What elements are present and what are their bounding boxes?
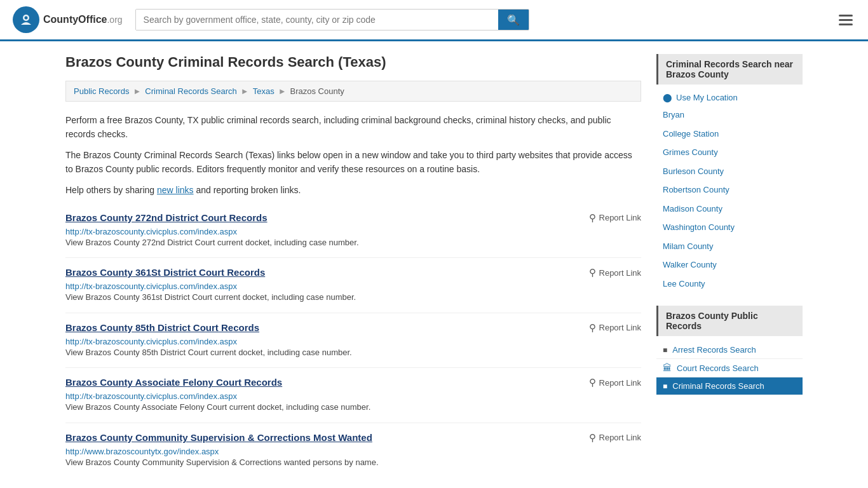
nearby-link-7[interactable]: Milam County	[656, 237, 803, 256]
result-url-3[interactable]: http://tx-brazoscounty.civicplus.com/ind…	[65, 391, 237, 401]
result-item: Brazos County Community Supervision & Co…	[65, 423, 641, 478]
nearby-link-8[interactable]: Walker County	[656, 255, 803, 274]
report-label-2: Report Link	[599, 323, 641, 332]
record-icon-0: ■	[663, 346, 667, 355]
report-icon-4: ⚲	[589, 432, 596, 444]
nearby-title: Criminal Records Search near Brazos Coun…	[656, 54, 803, 85]
breadcrumb-texas[interactable]: Texas	[253, 86, 275, 96]
report-link-4[interactable]: ⚲ Report Link	[589, 432, 641, 444]
result-url-2[interactable]: http://tx-brazoscounty.civicplus.com/ind…	[65, 337, 237, 346]
result-item: Brazos County Associate Felony Court Rec…	[65, 368, 641, 423]
logo-text: CountyOffice.org	[43, 14, 123, 25]
search-button[interactable]: 🔍	[498, 10, 529, 30]
sidebar: Criminal Records Search near Brazos Coun…	[656, 54, 803, 477]
nearby-link-6[interactable]: Washington County	[656, 218, 803, 237]
nearby-link-5[interactable]: Madison County	[656, 200, 803, 219]
nearby-link-0[interactable]: Bryan	[656, 105, 803, 125]
description-3: Help others by sharing new links and rep…	[65, 183, 641, 197]
menu-button[interactable]	[836, 12, 855, 28]
report-label-0: Report Link	[599, 213, 641, 222]
report-label-3: Report Link	[599, 378, 641, 388]
breadcrumb: Public Records ► Criminal Records Search…	[65, 81, 641, 102]
result-desc-0: View Brazos County 272nd District Court …	[65, 236, 641, 249]
search-bar: 🔍	[135, 9, 529, 30]
record-icon-1: 🏛	[663, 363, 672, 373]
breadcrumb-sep-2: ►	[241, 86, 249, 96]
report-icon-1: ⚲	[589, 267, 596, 278]
breadcrumb-sep-3: ►	[278, 86, 287, 96]
use-my-location[interactable]: ⬤ Use My Location	[656, 90, 803, 105]
nearby-link-1[interactable]: College Station	[656, 125, 803, 144]
report-icon-3: ⚲	[589, 377, 596, 388]
search-input[interactable]	[136, 10, 498, 30]
result-url-4[interactable]: http://www.brazoscountytx.gov/index.aspx	[65, 447, 219, 456]
result-url-1[interactable]: http://tx-brazoscounty.civicplus.com/ind…	[65, 281, 237, 291]
public-records-title: Brazos County Public Records	[656, 306, 803, 336]
report-label-4: Report Link	[599, 433, 641, 442]
result-title-1[interactable]: Brazos County 361St District Court Recor…	[65, 267, 265, 278]
record-label-2: Criminal Records Search	[672, 381, 764, 391]
result-item: Brazos County 272nd District Court Recor…	[65, 203, 641, 259]
nearby-link-3[interactable]: Burleson County	[656, 162, 803, 181]
result-title-3[interactable]: Brazos County Associate Felony Court Rec…	[65, 377, 282, 388]
public-record-link-1[interactable]: 🏛Court Records Search	[656, 359, 803, 377]
description-3-prefix: Help others by sharing	[65, 185, 157, 195]
report-link-1[interactable]: ⚲ Report Link	[589, 267, 641, 278]
breadcrumb-public-records[interactable]: Public Records	[74, 86, 129, 96]
breadcrumb-criminal-records[interactable]: Criminal Records Search	[145, 86, 237, 96]
logo-icon	[13, 6, 39, 33]
report-link-3[interactable]: ⚲ Report Link	[589, 377, 641, 388]
description-3-suffix: and reporting broken links.	[194, 185, 301, 195]
result-desc-3: View Brazos County Associate Felony Cour…	[65, 401, 641, 414]
search-icon: 🔍	[507, 15, 520, 25]
result-desc-2: View Brazos County 85th District Court c…	[65, 346, 641, 359]
report-icon-2: ⚲	[589, 322, 596, 334]
nearby-links-list: BryanCollege StationGrimes CountyBurleso…	[656, 105, 803, 293]
nearby-section: Criminal Records Search near Brazos Coun…	[656, 54, 803, 293]
record-icon-2: ■	[663, 382, 667, 391]
breadcrumb-sep-1: ►	[133, 86, 141, 96]
new-links-link[interactable]: new links	[157, 185, 194, 195]
breadcrumb-current: Brazos County	[290, 86, 344, 96]
public-record-link-2[interactable]: ■Criminal Records Search	[656, 377, 803, 395]
page-title: Brazos County Criminal Records Search (T…	[65, 54, 641, 71]
report-link-0[interactable]: ⚲ Report Link	[589, 212, 641, 224]
result-title-0[interactable]: Brazos County 272nd District Court Recor…	[65, 212, 268, 223]
record-label-0: Arrest Records Search	[672, 345, 756, 355]
description-1: Perform a free Brazos County, TX public …	[65, 113, 641, 142]
public-record-link-0[interactable]: ■Arrest Records Search	[656, 341, 803, 359]
site-logo[interactable]: CountyOffice.org	[13, 6, 123, 33]
use-my-location-label: Use My Location	[676, 93, 738, 102]
result-desc-1: View Brazos County 361st District Court …	[65, 291, 641, 304]
report-link-2[interactable]: ⚲ Report Link	[589, 322, 641, 334]
result-title-2[interactable]: Brazos County 85th District Court Record…	[65, 322, 259, 333]
report-label-1: Report Link	[599, 268, 641, 278]
result-title-4[interactable]: Brazos County Community Supervision & Co…	[65, 432, 372, 443]
menu-icon-line2	[839, 19, 853, 21]
result-item: Brazos County 85th District Court Record…	[65, 313, 641, 369]
results-list: Brazos County 272nd District Court Recor…	[65, 203, 641, 478]
description-2: The Brazos County Criminal Records Searc…	[65, 148, 641, 177]
result-desc-4: View Brazos County Community Supervision…	[65, 456, 641, 469]
record-label-1: Court Records Search	[677, 363, 759, 373]
menu-icon-line1	[839, 15, 853, 17]
nearby-link-2[interactable]: Grimes County	[656, 143, 803, 162]
menu-icon-line3	[839, 24, 853, 25]
location-icon: ⬤	[663, 93, 672, 102]
public-records-section: Brazos County Public Records ■Arrest Rec…	[656, 306, 803, 395]
svg-point-2	[25, 17, 28, 20]
result-item: Brazos County 361St District Court Recor…	[65, 258, 641, 313]
nearby-link-9[interactable]: Lee County	[656, 274, 803, 294]
result-url-0[interactable]: http://tx-brazoscounty.civicplus.com/ind…	[65, 227, 237, 236]
public-records-links-list: ■Arrest Records Search🏛Court Records Sea…	[656, 341, 803, 395]
content-area: Brazos County Criminal Records Search (T…	[65, 54, 641, 477]
report-icon-0: ⚲	[589, 212, 596, 224]
nearby-link-4[interactable]: Robertson County	[656, 180, 803, 200]
